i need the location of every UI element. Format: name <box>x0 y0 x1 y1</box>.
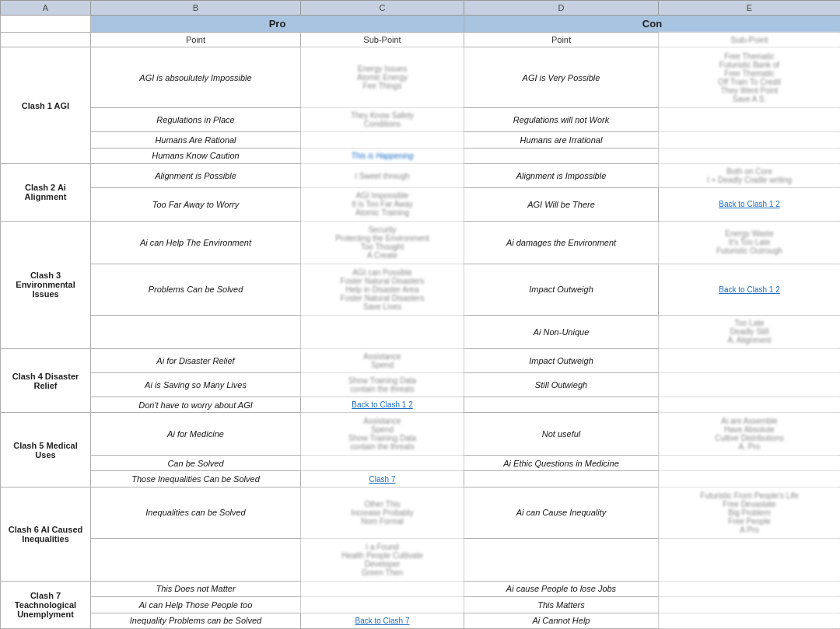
clash7-pro-subpoint-link[interactable]: Back to Clash 7 <box>301 613 464 629</box>
clash6-con-subpoint-1: Futuristic From People's LifeFree Devast… <box>659 487 841 538</box>
clash7-pro-subpoint-1 <box>301 581 464 596</box>
clash4-con-point-3 <box>464 397 659 412</box>
clash3-row1: Clash 3 Environmental Issues Ai can Help… <box>1 221 841 264</box>
clash1-row1: Clash 1 AGI AGI is absoulutely Impossibl… <box>1 47 841 108</box>
clash3-con-point-1: Ai damages the Environment <box>464 221 659 264</box>
clash5-con-point-1: Not useful <box>464 413 659 456</box>
clash2-con-subpoint-1: Both on CoreI + Deadly Cradle writing <box>659 164 841 188</box>
clash7-label: Clash 7 Teachnological Unemplyment <box>1 581 91 628</box>
clash4-pro-point-3: Don't have to worry about AGI <box>91 397 301 412</box>
clash4-con-point-2: Still Outwiegh <box>464 372 659 397</box>
clash5-pro-subpoint-1: AssistanceSpendShow Training Datacontain… <box>301 413 464 456</box>
pro-header: Pro <box>91 16 464 33</box>
clash7-con-subpoint-2 <box>659 597 841 613</box>
clash6-row2: I a FoundHealth People CultivateDevelope… <box>1 539 841 582</box>
clash7-con-subpoint-3 <box>659 613 841 629</box>
clash2-label: Clash 2 Ai Alignment <box>1 164 91 222</box>
clash4-pro-point-2: Ai is Saving so Many Lives <box>91 372 301 397</box>
clash3-pro-subpoint-1: SecurityProtecting the EnvironmentToo Th… <box>301 221 464 264</box>
clash1-pro-point-2: Regulations in Place <box>91 108 301 132</box>
column-letters-row: A B C D E <box>1 1 841 16</box>
clash5-row1: Clash 5 Medical Uses Ai for Medicine Ass… <box>1 413 841 456</box>
pro-subpoint-header: Sub-Point <box>301 33 464 47</box>
clash4-con-subpoint-1 <box>659 348 841 372</box>
clash3-label: Clash 3 Environmental Issues <box>1 221 91 348</box>
clash2-pro-point-1: Alignment is Possible <box>91 164 301 188</box>
clash4-pro-subpoint-link[interactable]: Back to Clash 1 2 <box>301 397 464 412</box>
clash7-row1: Clash 7 Teachnological Unemplyment This … <box>1 581 841 596</box>
clash3-pro-point-1: Ai can Help The Environment <box>91 221 301 264</box>
clash2-row2: Too Far Away to Worry AGI ImpossibleIt i… <box>1 188 841 222</box>
main-spreadsheet: A B C D E Pro Con Point Sub-Point Point … <box>0 0 840 629</box>
clash7-pro-subpoint-2 <box>301 597 464 613</box>
clash6-row1: Clash 6 AI Caused Inequalities Inequalit… <box>1 487 841 538</box>
con-header: Con <box>464 16 841 33</box>
clash4-pro-point-1: Ai for Disaster Relief <box>91 348 301 372</box>
clash7-row2: Ai can Help Those People too This Matter… <box>1 597 841 613</box>
clash1-pro-point-3: Humans Are Rational <box>91 132 301 148</box>
clash7-pro-point-2: Ai can Help Those People too <box>91 597 301 613</box>
pro-con-header-row: Pro Con <box>1 16 841 33</box>
clash1-con-point-3: Humans are Irrational <box>464 132 659 148</box>
clash1-label: Clash 1 AGI <box>1 47 91 164</box>
clash2-con-subpoint-link[interactable]: Back to Clash 1 2 <box>659 188 841 222</box>
col-label-b: B <box>91 1 301 16</box>
clash6-con-subpoint-2 <box>659 539 841 582</box>
con-subpoint-header: Sub-Point <box>659 33 841 47</box>
subheader-row: Point Sub-Point Point Sub-Point <box>1 33 841 47</box>
clash3-row3: Ai Non-Unique Too LateDeadly StillA. Ali… <box>1 316 841 349</box>
clash5-con-subpoint-3 <box>659 471 841 487</box>
clash1-row2: Regulations in Place They Know SafetyCon… <box>1 108 841 132</box>
clash5-row3: Those Inequalities Can be Solved Clash 7 <box>1 471 841 487</box>
col-label-a: A <box>1 1 91 16</box>
clash7-con-point-3: Ai Cannot Help <box>464 613 659 629</box>
col-label-c: C <box>301 1 464 16</box>
empty-subheader <box>1 33 91 47</box>
clash7-con-subpoint-1 <box>659 581 841 596</box>
clash4-label: Clash 4 Disaster Relief <box>1 348 91 412</box>
clash5-pro-point-3: Those Inequalities Can be Solved <box>91 471 301 487</box>
clash5-row2: Can be Solved Ai Ethic Questions in Medi… <box>1 455 841 470</box>
clash1-con-subpoint-2 <box>659 108 841 132</box>
clash1-con-subpoint-1: Free ThematicFuturistic Bank ofFree Them… <box>659 47 841 108</box>
clash1-pro-subpoint-1: Energy IssuesAtomic EnergyFee Things <box>301 47 464 108</box>
clash7-con-point-2: This Matters <box>464 597 659 613</box>
clash4-row2: Ai is Saving so Many Lives Show Training… <box>1 372 841 397</box>
clash1-con-point-4 <box>464 148 659 163</box>
clash6-label: Clash 6 AI Caused Inequalities <box>1 487 91 581</box>
clash1-pro-point-4: Humans Know Caution <box>91 148 301 163</box>
clash5-label: Clash 5 Medical Uses <box>1 413 91 487</box>
col-label-d: D <box>464 1 659 16</box>
clash1-con-subpoint-3 <box>659 132 841 148</box>
clash6-pro-point-1: Inequalities can be Solved <box>91 487 301 538</box>
clash6-pro-point-2 <box>91 539 301 582</box>
clash4-pro-subpoint-2: Show Training Datacontain the threats <box>301 372 464 397</box>
clash6-pro-subpoint-1: Other ThisIncrease ProbablyNom Formal <box>301 487 464 538</box>
col-label-e: E <box>659 1 841 16</box>
clash5-pro-subpoint-link[interactable]: Clash 7 <box>301 471 464 487</box>
clash7-pro-point-3: Inequality Problems can be Solved <box>91 613 301 629</box>
clash3-pro-point-2: Problems Can be Solved <box>91 264 301 315</box>
clash6-con-point-1: Ai can Cause Inequality <box>464 487 659 538</box>
empty-header-a <box>1 16 91 33</box>
clash1-pro-subpoint-2: They Know SafetyConditions <box>301 108 464 132</box>
clash2-pro-subpoint-1: I Sweet through <box>301 164 464 188</box>
clash5-con-subpoint-1: Ai are AssembleHave AbsoluteCultive Dist… <box>659 413 841 456</box>
clash7-pro-point-1: This Does not Matter <box>91 581 301 596</box>
clash2-pro-point-2: Too Far Away to Worry <box>91 188 301 222</box>
clash5-pro-subpoint-2 <box>301 455 464 470</box>
clash4-row1: Clash 4 Disaster Relief Ai for Disaster … <box>1 348 841 372</box>
clash3-pro-point-3 <box>91 316 301 349</box>
clash3-con-subpoint-link[interactable]: Back to Clash 1 2 <box>659 264 841 315</box>
clash1-pro-point-1: AGI is absoulutely Impossible <box>91 47 301 108</box>
clash3-con-subpoint-3: Too LateDeadly StillA. Alignment <box>659 316 841 349</box>
clash1-con-point-2: Regulations will not Work <box>464 108 659 132</box>
clash1-pro-subpoint-4: This is Happening <box>301 148 464 163</box>
clash3-pro-subpoint-2: AGI can PossibleFoster Natural Disasters… <box>301 264 464 315</box>
clash7-con-point-1: Ai cause People to lose Jobs <box>464 581 659 596</box>
clash5-pro-point-1: Ai for Medicine <box>91 413 301 456</box>
clash4-row3: Don't have to worry about AGI Back to Cl… <box>1 397 841 412</box>
clash1-pro-subpoint-3 <box>301 132 464 148</box>
clash2-con-point-2: AGI Will be There <box>464 188 659 222</box>
con-point-header: Point <box>464 33 659 47</box>
